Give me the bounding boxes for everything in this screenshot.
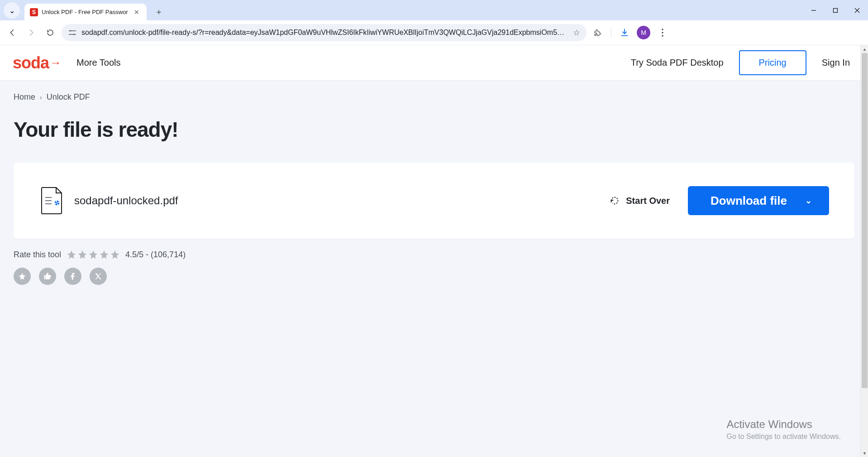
tab-title: Unlock PDF - Free PDF Passwor [42,9,129,15]
breadcrumb-home[interactable]: Home [14,92,35,102]
browser-chrome: ⌄ S Unlock PDF - Free PDF Passwor ✕ ＋ [0,0,868,45]
chevron-down-icon: ⌄ [805,196,812,206]
downloads-button[interactable] [617,25,632,40]
window-minimize-button[interactable] [803,0,825,20]
download-label: Download file [711,194,787,208]
browser-tab[interactable]: S Unlock PDF - Free PDF Passwor ✕ [24,4,147,20]
more-tools-link[interactable]: More Tools [76,58,120,68]
facebook-icon [69,272,77,280]
soda-logo[interactable]: soda→ [13,53,61,72]
close-icon [854,8,860,13]
rating-stars[interactable] [67,250,120,260]
rating-label: Rate this tool [14,250,61,260]
arrow-left-icon [8,29,16,37]
bookmark-star-icon[interactable]: ☆ [573,28,580,38]
maximize-icon [833,8,838,13]
profile-avatar: M [637,26,650,39]
chevron-down-icon: ⌄ [9,6,15,15]
page-body: Home › Unlock PDF Your file is ready! so… [0,81,868,285]
share-facebook-button[interactable] [64,268,81,285]
watermark-title: Activate Windows [726,418,841,431]
window-close-button[interactable] [846,0,868,20]
breadcrumb-current: Unlock PDF [47,92,90,102]
breadcrumb: Home › Unlock PDF [14,92,854,102]
scroll-up-arrow-icon[interactable]: ▲ [861,45,868,53]
rating-score: 4.5/5 - (106,714) [125,250,186,260]
tab-favicon: S [30,8,38,16]
profile-button[interactable]: M [636,25,651,40]
windows-activation-watermark: Activate Windows Go to Settings to activ… [726,418,841,441]
vertical-scrollbar[interactable]: ▲ ▼ [860,45,868,457]
pricing-button[interactable]: Pricing [739,50,806,75]
close-tab-icon[interactable]: ✕ [132,8,141,17]
start-over-label: Start Over [626,196,670,206]
logo-text: soda [13,53,49,72]
share-x-button[interactable] [90,268,107,285]
download-icon [620,28,629,37]
undo-icon [610,196,620,206]
star-icon[interactable] [110,250,120,260]
page-title: Your file is ready! [14,117,854,142]
page-viewport: soda→ More Tools Try Soda PDF Desktop Pr… [0,45,868,457]
chevron-right-icon: › [40,94,42,101]
forward-button [24,25,39,40]
window-controls [803,0,868,20]
address-bar[interactable]: sodapdf.com/unlock-pdf/file-ready-s/?r=r… [62,24,587,41]
kebab-menu-icon [662,29,663,37]
sign-in-link[interactable]: Sign In [822,58,850,68]
scroll-down-arrow-icon[interactable]: ▼ [861,449,868,457]
reload-icon [46,29,54,37]
minimize-icon [811,8,816,13]
arrow-right-icon [27,29,35,37]
svg-point-9 [662,32,663,33]
x-twitter-icon [94,272,102,280]
pdf-file-icon [39,187,63,215]
star-icon[interactable] [88,250,98,260]
tab-search-button[interactable]: ⌄ [4,2,20,19]
star-icon [18,272,26,280]
svg-point-8 [662,29,663,30]
thumbs-up-icon [43,272,52,280]
tab-strip: ⌄ S Unlock PDF - Free PDF Passwor ✕ ＋ [0,0,868,20]
toolbar-divider [611,28,611,38]
svg-point-10 [662,35,663,36]
site-settings-icon[interactable] [68,29,77,37]
start-over-button[interactable]: Start Over [610,196,670,206]
reload-button[interactable] [43,25,58,40]
extensions-button[interactable] [590,25,606,40]
star-icon[interactable] [77,250,87,260]
file-ready-card: sodapdf-unlocked.pdf Start Over Download… [14,163,854,239]
download-file-button[interactable]: Download file ⌄ [688,186,829,215]
file-name: sodapdf-unlocked.pdf [74,194,178,207]
star-icon[interactable] [67,250,76,260]
back-button[interactable] [5,25,20,40]
svg-rect-1 [834,8,838,12]
rating-row: Rate this tool 4.5/5 - (106,714) [14,250,854,260]
star-icon[interactable] [99,250,109,260]
share-row [14,268,854,285]
url-text: sodapdf.com/unlock-pdf/file-ready-s/?r=r… [81,29,568,37]
puzzle-icon [594,29,602,37]
share-favorite-button[interactable] [14,268,31,285]
scroll-thumb[interactable] [862,53,868,388]
arrow-right-icon: → [50,56,61,70]
new-tab-button[interactable]: ＋ [152,5,166,19]
site-header: soda→ More Tools Try Soda PDF Desktop Pr… [0,45,868,81]
browser-menu-button[interactable] [655,25,670,40]
share-like-button[interactable] [39,268,56,285]
try-desktop-link[interactable]: Try Soda PDF Desktop [631,58,724,68]
watermark-subtitle: Go to Settings to activate Windows. [726,433,841,441]
browser-toolbar: sodapdf.com/unlock-pdf/file-ready-s/?r=r… [0,20,868,45]
window-maximize-button[interactable] [825,0,846,20]
